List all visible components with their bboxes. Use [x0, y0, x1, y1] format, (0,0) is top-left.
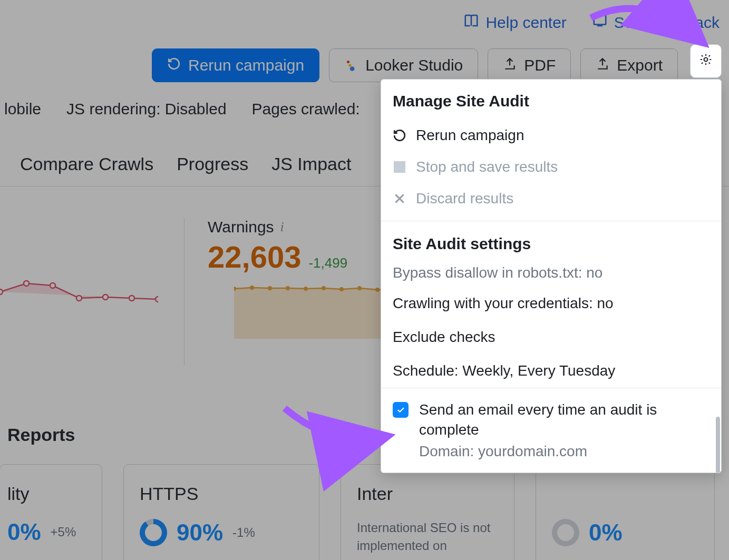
- svg-point-1: [347, 60, 349, 63]
- site-audit-settings-heading: Site Audit settings: [381, 228, 721, 262]
- report-card-partial-left[interactable]: lity 0% +5%: [0, 464, 102, 560]
- help-center-label: Help center: [485, 14, 566, 32]
- svg-point-16: [304, 287, 308, 291]
- refresh-icon: [393, 129, 406, 142]
- svg-point-20: [375, 288, 380, 292]
- report-card-right[interactable]: 0%: [536, 464, 715, 560]
- tab-progress[interactable]: Progress: [177, 154, 248, 174]
- refresh-icon: [167, 56, 181, 74]
- svg-point-6: [50, 283, 55, 288]
- info-icon[interactable]: i: [280, 219, 284, 235]
- report-card-intl[interactable]: Inter International SEO is not implement…: [341, 464, 514, 560]
- report-card-https[interactable]: HTTPS 90% -1%: [123, 464, 319, 560]
- card2-pct: 90%: [177, 519, 223, 546]
- svg-rect-0: [594, 15, 606, 25]
- card1-pct: 0%: [7, 519, 41, 545]
- card2-delta: -1%: [232, 525, 255, 540]
- menu-discard-label: Discard results: [416, 190, 513, 207]
- svg-point-8: [103, 294, 108, 300]
- email-checkbox-label: Send an email every time an audit is com…: [419, 400, 709, 440]
- svg-point-7: [76, 296, 82, 301]
- export-label: Export: [617, 56, 663, 74]
- pages-crawled-label: Pages crawled:: [252, 100, 360, 118]
- looker-studio-button[interactable]: Looker Studio: [329, 48, 478, 82]
- svg-point-19: [357, 286, 362, 290]
- setting-exclude-checks[interactable]: Exclude checks: [393, 320, 709, 354]
- export-button[interactable]: Export: [580, 48, 678, 82]
- email-domain-label: Domain: yourdomain.com: [419, 443, 709, 460]
- menu-stop-label: Stop and save results: [416, 159, 558, 175]
- looker-label: Looker Studio: [365, 56, 463, 74]
- close-icon: [393, 192, 406, 205]
- send-feedback-label: Send feedback: [614, 14, 720, 32]
- tab-compare-crawls[interactable]: Compare Crawls: [20, 154, 153, 174]
- warnings-value: 22,603: [208, 239, 301, 274]
- upload-icon: [596, 56, 609, 74]
- ring-chart-icon: [552, 519, 579, 546]
- card3-desc: International SEO is not implemented on: [357, 519, 498, 554]
- email-checkbox[interactable]: [393, 402, 409, 418]
- card1-delta: +5%: [51, 525, 76, 539]
- svg-point-18: [339, 287, 344, 291]
- card4-pct: 0%: [589, 519, 623, 546]
- menu-rerun-label: Rerun campaign: [416, 127, 524, 144]
- menu-discard: Discard results: [381, 183, 721, 214]
- help-center-link[interactable]: Help center: [463, 13, 566, 32]
- setting-bypass-robots[interactable]: Bypass disallow in robots.txt: no: [393, 262, 709, 287]
- setting-schedule[interactable]: Schedule: Weekly, Every Tuesday: [393, 354, 709, 388]
- js-rendering-label: JS rendering: Disabled: [66, 100, 227, 118]
- svg-point-15: [286, 286, 290, 290]
- warnings-label: Warnings: [208, 218, 274, 236]
- errors-sparkline-chart: [0, 260, 161, 366]
- rerun-label: Rerun campaign: [188, 56, 304, 74]
- svg-point-17: [322, 286, 326, 290]
- upload-icon: [503, 56, 517, 74]
- pdf-button[interactable]: PDF: [488, 48, 571, 82]
- svg-point-13: [250, 286, 254, 290]
- divider: [381, 221, 721, 221]
- top-links-bar: Help center Send feedback: [0, 0, 729, 38]
- menu-rerun-campaign[interactable]: Rerun campaign: [381, 120, 721, 151]
- email-notification-block: Send an email every time an audit is com…: [381, 388, 721, 473]
- book-icon: [463, 13, 479, 32]
- card4-title: [552, 484, 698, 504]
- divider: [184, 218, 184, 366]
- settings-dropdown: Manage Site Audit Rerun campaign Stop an…: [381, 79, 722, 473]
- svg-point-4: [0, 289, 3, 294]
- gear-icon: [699, 52, 713, 70]
- send-feedback-link[interactable]: Send feedback: [592, 13, 720, 32]
- svg-point-14: [268, 286, 272, 290]
- tab-js-impact[interactable]: JS Impact: [271, 154, 351, 174]
- svg-point-10: [155, 297, 158, 302]
- svg-point-3: [350, 66, 355, 71]
- ring-chart-icon: [140, 519, 167, 546]
- svg-point-5: [24, 281, 29, 286]
- svg-point-9: [129, 296, 134, 301]
- looker-icon: [344, 58, 358, 72]
- rerun-campaign-button[interactable]: Rerun campaign: [152, 48, 319, 82]
- menu-stop-save: Stop and save results: [381, 151, 721, 183]
- settings-gear-button[interactable]: [690, 44, 722, 78]
- card2-title: HTTPS: [140, 484, 303, 504]
- feedback-icon: [592, 13, 608, 32]
- stop-icon: [393, 160, 406, 174]
- setting-crawl-credentials[interactable]: Crawling with your credentials: no: [393, 287, 709, 320]
- manage-site-audit-heading: Manage Site Audit: [381, 80, 721, 120]
- scrollbar[interactable]: [716, 417, 720, 473]
- pdf-label: PDF: [524, 56, 556, 74]
- card1-title: lity: [7, 484, 86, 504]
- svg-point-23: [704, 58, 708, 62]
- warnings-delta: -1,499: [308, 255, 347, 271]
- card3-title: Inter: [357, 484, 498, 504]
- svg-point-2: [348, 64, 351, 66]
- mobile-label: lobile: [4, 100, 41, 118]
